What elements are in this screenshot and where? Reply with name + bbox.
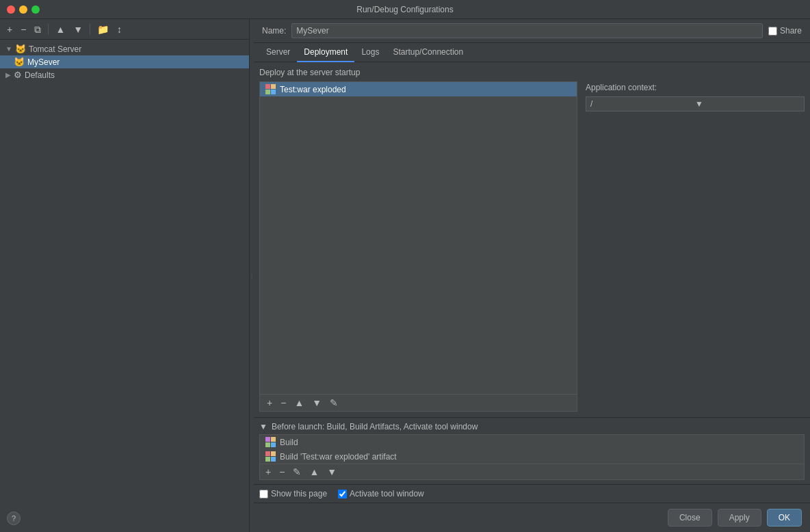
name-input[interactable] xyxy=(291,23,763,38)
separator xyxy=(48,24,49,35)
activate-window-option[interactable]: Activate tool window xyxy=(338,489,424,498)
share-label: Share xyxy=(780,26,802,36)
config-tabs: Server Deployment Logs Startup/Connectio… xyxy=(254,43,810,62)
before-launch-item-artifact[interactable]: Build 'Test:war exploded' artifact xyxy=(260,449,804,464)
window-controls[interactable] xyxy=(7,5,40,14)
deploy-list: Test:war exploded xyxy=(260,82,577,394)
minimize-window-button[interactable] xyxy=(19,5,27,14)
show-page-label: Show this page xyxy=(271,489,327,498)
expand-arrow-defaults: ▶ xyxy=(5,71,11,79)
app-context-area: Application context: / ▼ xyxy=(586,81,805,412)
deploy-remove-button[interactable]: − xyxy=(278,397,289,408)
ok-button[interactable]: OK xyxy=(767,509,802,527)
move-up-button[interactable]: ▲ xyxy=(53,23,68,36)
app-context-value: / xyxy=(590,99,695,109)
app-context-select[interactable]: / ▼ xyxy=(586,96,805,111)
name-row: Name: Share xyxy=(254,19,810,43)
activate-window-label: Activate tool window xyxy=(350,489,424,498)
help-button[interactable]: ? xyxy=(7,511,21,525)
before-launch-toolbar: + − ✎ ▲ ▼ xyxy=(260,464,804,479)
show-page-checkbox[interactable] xyxy=(259,490,268,498)
before-launch-artifact-label: Build 'Test:war exploded' artifact xyxy=(280,452,397,462)
share-row: Share xyxy=(768,26,802,36)
defaults-label: Defaults xyxy=(25,70,55,80)
before-launch-section: ▼ Before launch: Build, Build Artifacts,… xyxy=(254,417,810,484)
sidebar: + − ⧉ ▲ ▼ 📁 ↕ ▼ 🐱 Tomcat Server 🐱 MySeve… xyxy=(0,19,250,532)
deploy-up-button[interactable]: ▲ xyxy=(291,397,306,408)
mysever-label: MySever xyxy=(27,57,60,67)
artifact-build-icon xyxy=(265,451,276,462)
tab-startup-connection[interactable]: Startup/Connection xyxy=(386,43,470,62)
config-tree: ▼ 🐱 Tomcat Server 🐱 MySever ▶ ⚙ Defaults xyxy=(0,40,249,532)
deploy-at-startup-label: Deploy at the server startup xyxy=(259,68,805,77)
build-icon xyxy=(265,437,276,447)
tomcat-icon: 🐱 xyxy=(15,44,26,54)
tab-server[interactable]: Server xyxy=(259,43,297,62)
add-config-button[interactable]: + xyxy=(4,23,15,36)
tab-logs[interactable]: Logs xyxy=(354,43,386,62)
apply-button[interactable]: Apply xyxy=(718,509,761,527)
copy-config-button[interactable]: ⧉ xyxy=(31,23,44,36)
deploy-item-test-war[interactable]: Test:war exploded xyxy=(260,82,577,96)
collapse-arrow-icon: ▼ xyxy=(259,422,267,431)
show-page-option[interactable]: Show this page xyxy=(259,489,327,498)
before-launch-header[interactable]: ▼ Before launch: Build, Build Artifacts,… xyxy=(259,422,805,431)
bottom-options: Show this page Activate tool window xyxy=(254,484,810,503)
deploy-edit-button[interactable]: ✎ xyxy=(327,397,341,408)
app-context-label: Application context: xyxy=(586,83,805,92)
sort-button[interactable]: ↕ xyxy=(114,23,125,36)
remove-config-button[interactable]: − xyxy=(18,23,29,36)
before-launch-label: Before launch: Build, Build Artifacts, A… xyxy=(272,422,478,431)
deployment-area: Deploy at the server startup xyxy=(254,62,810,417)
bl-up-button[interactable]: ▲ xyxy=(306,466,322,477)
mysever-icon: 🐱 xyxy=(14,57,25,67)
dropdown-arrow-icon: ▼ xyxy=(695,99,800,109)
deploy-item-label: Test:war exploded xyxy=(280,85,346,94)
artifact-icon xyxy=(265,84,276,94)
deploy-add-button[interactable]: + xyxy=(264,397,275,408)
deploy-down-button[interactable]: ▼ xyxy=(309,397,324,408)
share-checkbox[interactable] xyxy=(768,27,777,36)
window-title: Run/Debug Configurations xyxy=(356,5,453,14)
deploy-list-container: Test:war exploded + − ▲ ▼ ✎ xyxy=(259,81,577,412)
separator-2 xyxy=(90,24,90,35)
before-launch-item-build[interactable]: Build xyxy=(260,435,804,449)
tree-item-tomcat-server[interactable]: ▼ 🐱 Tomcat Server xyxy=(0,42,249,55)
move-down-button[interactable]: ▼ xyxy=(70,23,86,36)
tree-item-defaults[interactable]: ▶ ⚙ Defaults xyxy=(0,68,249,81)
bl-add-button[interactable]: + xyxy=(263,466,274,477)
deploy-list-toolbar: + − ▲ ▼ ✎ xyxy=(260,394,577,411)
close-window-button[interactable] xyxy=(7,5,15,14)
close-button[interactable]: Close xyxy=(668,509,712,527)
tab-deployment[interactable]: Deployment xyxy=(297,43,354,62)
maximize-window-button[interactable] xyxy=(31,5,40,14)
config-content: Name: Share Server Deployment Logs Start… xyxy=(254,19,810,532)
expand-arrow-tomcat: ▼ xyxy=(5,45,12,53)
bl-edit-button[interactable]: ✎ xyxy=(290,466,304,477)
deploy-main: Test:war exploded + − ▲ ▼ ✎ Application … xyxy=(259,81,805,412)
sidebar-toolbar: + − ⧉ ▲ ▼ 📁 ↕ xyxy=(0,19,249,40)
name-label: Name: xyxy=(262,26,286,36)
bl-remove-button[interactable]: − xyxy=(276,466,287,477)
defaults-icon: ⚙ xyxy=(14,70,22,80)
title-bar: Run/Debug Configurations xyxy=(0,0,810,19)
tree-item-mysever[interactable]: 🐱 MySever xyxy=(0,55,249,68)
tomcat-server-label: Tomcat Server xyxy=(29,44,81,54)
before-launch-list: Build Build 'Test:war exploded' artifact… xyxy=(259,434,805,480)
folder-button[interactable]: 📁 xyxy=(94,23,112,36)
activate-window-checkbox[interactable] xyxy=(338,490,347,498)
before-launch-build-label: Build xyxy=(280,438,298,447)
bottom-bar: Close Apply OK xyxy=(254,503,810,532)
bl-down-button[interactable]: ▼ xyxy=(324,466,339,477)
main-container: + − ⧉ ▲ ▼ 📁 ↕ ▼ 🐱 Tomcat Server 🐱 MySeve… xyxy=(0,19,810,532)
